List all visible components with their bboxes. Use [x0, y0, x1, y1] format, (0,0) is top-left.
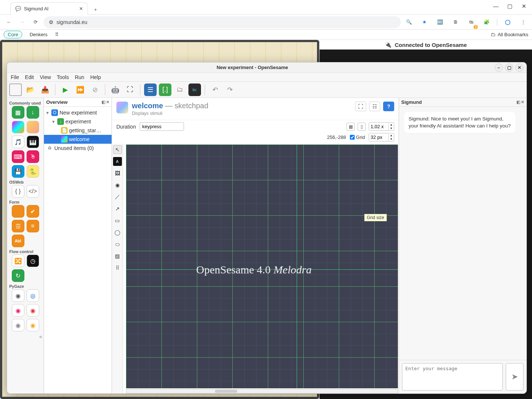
actual-size-icon[interactable]: ▯	[358, 123, 366, 131]
toolbar-open-icon[interactable]: 📂	[24, 83, 37, 96]
palette-sketchpad-icon[interactable]	[12, 121, 24, 133]
toolbar-run-icon[interactable]: ▶	[59, 83, 72, 96]
scrollbar-thumb[interactable]	[215, 390, 237, 393]
kebab-menu-icon[interactable]: ⋮	[518, 17, 528, 27]
sketchpad-canvas[interactable]: OpenSesame 4.0 Melodra	[126, 144, 398, 388]
zoom-down-icon[interactable]: ▼	[388, 127, 394, 130]
os-close-icon[interactable]: ✕	[515, 64, 524, 72]
palette-form-consent-icon[interactable]: ✔	[27, 205, 39, 218]
toolbar-run-fast-icon[interactable]: ⏩	[74, 83, 86, 96]
toolbar-stop-icon[interactable]: ⊘	[89, 83, 101, 96]
window-close-icon[interactable]: ✕	[520, 3, 528, 10]
zoom-input[interactable]	[369, 123, 388, 130]
grid-size-input[interactable]	[369, 133, 388, 141]
nav-back-icon[interactable]: ←	[4, 17, 14, 27]
tool-circle-icon[interactable]: ◯	[113, 228, 122, 237]
grid-checkbox[interactable]	[350, 135, 355, 140]
tree-sequence[interactable]: ▾ ↓ experiment	[44, 117, 112, 126]
split-view-icon[interactable]: ☷	[369, 102, 380, 111]
window-minimize-icon[interactable]: —	[492, 3, 499, 9]
tool-select-icon[interactable]: ↖	[113, 145, 122, 154]
extension-shopping-icon[interactable]: 🛍3	[466, 17, 476, 27]
panel-float-icon[interactable]: ◧	[102, 100, 105, 105]
panel-close-icon[interactable]: ✕	[106, 100, 109, 105]
toolbar-variables-icon[interactable]: [.]	[159, 83, 171, 96]
sigmund-send-button[interactable]: ➤	[506, 363, 524, 391]
address-bar[interactable]: ⚙ sigmundai.eu	[44, 16, 401, 28]
menu-tools[interactable]: Tools	[57, 74, 69, 80]
tool-arrow-icon[interactable]: ↗	[113, 204, 122, 213]
tree-unused[interactable]: ♻ Unused items (0)	[44, 144, 112, 153]
palette-pygaze-start-icon[interactable]: ◉	[27, 304, 39, 317]
palette-coroutines-icon[interactable]: 🔀	[12, 255, 24, 267]
palette-sequence-icon[interactable]: ↓	[27, 106, 39, 119]
duration-input[interactable]	[140, 122, 184, 131]
toolbar-save-icon[interactable]: 📥	[39, 83, 51, 96]
grid-up-icon[interactable]: ▲	[388, 134, 394, 137]
canvas-horizontal-scrollbar[interactable]	[126, 389, 398, 393]
zoom-spinner[interactable]: ▲▼	[369, 122, 394, 131]
palette-form-base-icon[interactable]	[12, 205, 24, 218]
menu-help[interactable]: Help	[90, 74, 101, 80]
toolbar-filepool-icon[interactable]: 🗂	[174, 83, 186, 96]
os-titlebar[interactable]: New experiment - OpenSesame – ▢ ✕	[7, 62, 526, 73]
window-maximize-icon[interactable]: ▢	[506, 3, 514, 10]
palette-pygaze-drift-icon[interactable]: ◎	[27, 289, 39, 302]
grid-down-icon[interactable]: ▼	[388, 137, 394, 141]
menu-run[interactable]: Run	[75, 74, 84, 80]
grid-size-spinner[interactable]: ▲▼	[369, 133, 394, 141]
os-maximize-icon[interactable]: ▢	[505, 64, 513, 72]
tab-close-icon[interactable]: ✕	[79, 6, 83, 11]
view-controls-icon[interactable]: ⛶	[355, 102, 366, 111]
tool-line-icon[interactable]: ／	[113, 192, 122, 201]
palette-mouse-icon[interactable]: 🖱	[27, 150, 39, 163]
tool-text-icon[interactable]: A	[113, 157, 122, 166]
palette-pygaze-init-icon[interactable]: ◉	[12, 289, 24, 302]
apps-grid-icon[interactable]: ⠿	[55, 32, 58, 37]
canvas-text-element[interactable]: OpenSesame 4.0 Melodra	[196, 263, 311, 276]
overview-tree[interactable]: ▾ O New experiment ▾ ↓ experiment 📄 gett…	[44, 107, 112, 393]
sigmund-input[interactable]	[402, 363, 503, 391]
tree-twisty-icon[interactable]: ▾	[46, 110, 50, 116]
sigmund-chat-log[interactable]: Sigmund: Nice to meet you! I am Sigmund,…	[399, 107, 526, 360]
toolbar-fullscreen-icon[interactable]: ⛶	[124, 83, 136, 96]
new-tab-button[interactable]: ＋	[90, 4, 100, 15]
palette-pygaze-log-icon[interactable]: ◉	[12, 304, 24, 317]
palette-pygaze-wait-icon[interactable]: ◉	[27, 319, 39, 331]
palette-synth-icon[interactable]: 🎹	[27, 136, 39, 148]
palette-form-text-input-icon[interactable]: AbI	[12, 235, 24, 247]
reader-icon[interactable]: 🗎	[450, 17, 461, 27]
zoom-up-icon[interactable]: ▲	[388, 123, 394, 127]
bookmark-denkers[interactable]: Denkers	[26, 31, 51, 38]
palette-feedback-icon[interactable]	[27, 121, 39, 133]
palette-form-mc-icon[interactable]: ☰	[12, 220, 24, 232]
translate-icon[interactable]: 🔤	[435, 17, 445, 27]
menu-edit[interactable]: Edit	[25, 74, 34, 80]
panel-float-icon[interactable]: ◧	[516, 100, 520, 105]
tree-twisty-icon[interactable]: ▾	[52, 119, 56, 125]
nav-reload-icon[interactable]: ⟳	[30, 17, 41, 27]
tool-ellipse-icon[interactable]: ⬭	[113, 240, 122, 249]
all-bookmarks[interactable]: 🗀 All Bookmarks	[491, 32, 528, 37]
extensions-icon[interactable]: 🧩	[481, 17, 492, 27]
fit-screen-icon[interactable]: ▦	[347, 123, 355, 131]
tool-gabor-icon[interactable]: ▨	[113, 252, 122, 260]
palette-form-text-display-icon[interactable]: ≡	[27, 220, 39, 232]
palette-inline-script-icon[interactable]: 🐍	[27, 165, 39, 178]
site-settings-icon[interactable]: ⚙	[49, 19, 54, 25]
tree-root[interactable]: ▾ O New experiment	[44, 108, 112, 117]
os-minimize-icon[interactable]: –	[495, 64, 503, 72]
palette-advanced-delay-icon[interactable]: ◷	[27, 255, 39, 267]
palette-repeat-cycle-icon[interactable]: ↻	[12, 269, 24, 282]
palette-pygaze-stop-icon[interactable]: ◉	[12, 319, 24, 331]
browser-tab[interactable]: 💬 Sigmund AI ✕	[10, 2, 88, 15]
help-icon[interactable]: ?	[383, 102, 394, 111]
item-name[interactable]: welcome	[132, 102, 163, 110]
bookmark-core[interactable]: Core	[4, 31, 22, 38]
tool-rect-icon[interactable]: ▭	[113, 216, 122, 225]
nav-forward-icon[interactable]: →	[17, 17, 27, 27]
palette-collapse-icon[interactable]: «	[8, 334, 42, 340]
toolbar-undo-icon[interactable]: ↶	[209, 83, 221, 96]
tree-item-welcome[interactable]: welcome	[44, 135, 112, 144]
palette-loop-icon[interactable]: ▦	[12, 106, 24, 119]
